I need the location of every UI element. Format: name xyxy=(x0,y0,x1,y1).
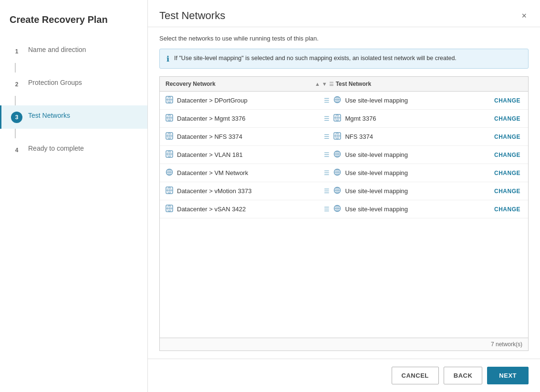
col-sort-filter: ▲ ▼ ☰ xyxy=(315,81,334,87)
sidebar: Create Recovery Plan 1 Name and directio… xyxy=(0,0,148,392)
change-button-1[interactable]: CHANGE xyxy=(492,96,522,105)
step-label-4: Ready to complete xyxy=(28,144,84,154)
recovery-text-6: Datacenter > vMotion 3373 xyxy=(177,187,251,195)
sort-asc-icon[interactable]: ▲ xyxy=(315,81,320,87)
recovery-cell-1: Datacenter > DPortGroup xyxy=(166,96,320,105)
table-row: Datacenter > NFS 3374 ☰ NFS 3374 CHANGE xyxy=(160,128,528,146)
test-cell-4: Use site-level mapping xyxy=(333,150,488,159)
test-text-3: NFS 3374 xyxy=(345,133,373,140)
step-label-2: Protection Groups xyxy=(28,78,82,88)
step-number-2: 2 xyxy=(11,79,22,90)
step-label-1: Name and direction xyxy=(28,45,86,55)
recovery-cell-5: Datacenter > VM Network xyxy=(166,168,320,177)
filter-small-icon-5[interactable]: ☰ xyxy=(324,169,330,176)
sidebar-title: Create Recovery Plan xyxy=(0,10,147,40)
filter-icon[interactable]: ☰ xyxy=(329,81,334,87)
test-cell-3: NFS 3374 xyxy=(333,132,488,141)
recovery-text-5: Datacenter > VM Network xyxy=(177,169,248,176)
change-button-3[interactable]: CHANGE xyxy=(492,133,522,141)
col-recovery-header: Recovery Network xyxy=(166,81,313,87)
sidebar-item-name-direction[interactable]: 1 Name and direction xyxy=(0,40,147,63)
close-button[interactable]: × xyxy=(519,10,529,22)
table-footer: 7 network(s) xyxy=(160,338,528,351)
network-icon-7 xyxy=(166,205,173,214)
back-button[interactable]: BACK xyxy=(444,367,483,384)
filter-small-icon-2[interactable]: ☰ xyxy=(324,115,330,122)
recovery-text-1: Datacenter > DPortGroup xyxy=(177,97,248,104)
change-button-7[interactable]: CHANGE xyxy=(492,205,522,214)
network-icon-3 xyxy=(166,132,173,141)
recovery-cell-6: Datacenter > vMotion 3373 xyxy=(166,186,320,196)
network-icon-6 xyxy=(166,186,173,196)
sort-desc-icon[interactable]: ▼ xyxy=(322,81,327,87)
test-network-icon-2 xyxy=(333,114,341,123)
dialog-body: Select the networks to use while running… xyxy=(148,27,540,359)
filter-small-icon-7[interactable]: ☰ xyxy=(324,206,330,213)
filter-small-icon-1[interactable]: ☰ xyxy=(324,97,330,104)
next-button[interactable]: NEXT xyxy=(487,367,529,384)
info-banner-text: If "Use site-level mapping" is selected … xyxy=(174,54,457,63)
change-button-4[interactable]: CHANGE xyxy=(492,151,522,159)
recovery-text-4: Datacenter > VLAN 181 xyxy=(177,151,243,158)
sidebar-item-ready[interactable]: 4 Ready to complete xyxy=(0,138,147,162)
test-text-6: Use site-level mapping xyxy=(345,187,408,195)
info-icon: ℹ xyxy=(166,54,169,63)
recovery-cell-4: Datacenter > VLAN 181 xyxy=(166,150,320,159)
dialog-header: Test Networks × xyxy=(148,0,540,27)
test-network-icon-4 xyxy=(333,150,341,159)
sidebar-item-test-networks[interactable]: 3 Test Networks xyxy=(0,105,147,129)
change-button-6[interactable]: CHANGE xyxy=(492,187,522,196)
table-row: Datacenter > vMotion 3373 ☰ Use site-lev… xyxy=(160,182,528,200)
sidebar-item-protection-groups[interactable]: 2 Protection Groups xyxy=(0,72,147,96)
test-network-icon-7 xyxy=(333,205,341,214)
main-content: Test Networks × Select the networks to u… xyxy=(148,0,540,392)
filter-small-icon-4[interactable]: ☰ xyxy=(324,151,330,158)
network-count: 7 network(s) xyxy=(491,341,522,348)
test-text-7: Use site-level mapping xyxy=(345,206,408,213)
table-row: Datacenter > Mgmt 3376 ☰ Mgmt 3376 CHANG… xyxy=(160,110,528,128)
step-connector-1 xyxy=(15,63,16,72)
step-label-3: Test Networks xyxy=(28,111,70,121)
test-cell-6: Use site-level mapping xyxy=(333,186,488,196)
col-test-header: Test Network xyxy=(336,81,371,87)
change-button-2[interactable]: CHANGE xyxy=(492,114,522,123)
step-connector-3 xyxy=(15,129,16,138)
recovery-text-2: Datacenter > Mgmt 3376 xyxy=(177,115,245,122)
step-number-3: 3 xyxy=(11,112,22,123)
table-row: Datacenter > DPortGroup ☰ Use site-level… xyxy=(160,92,528,110)
filter-small-icon-6[interactable]: ☰ xyxy=(324,187,330,195)
step-number-4: 4 xyxy=(11,144,22,156)
test-network-icon-5 xyxy=(333,168,341,177)
test-text-4: Use site-level mapping xyxy=(345,151,408,158)
table-row: Datacenter > VLAN 181 ☰ Use site-level m… xyxy=(160,146,528,164)
recovery-cell-3: Datacenter > NFS 3374 xyxy=(166,132,320,141)
info-banner: ℹ If "Use site-level mapping" is selecte… xyxy=(159,49,529,69)
test-cell-7: Use site-level mapping xyxy=(333,205,488,214)
network-icon-5 xyxy=(166,168,173,177)
filter-small-icon-3[interactable]: ☰ xyxy=(324,133,330,140)
recovery-text-7: Datacenter > vSAN 3422 xyxy=(177,206,246,213)
test-text-5: Use site-level mapping xyxy=(345,169,408,176)
step-connector-2 xyxy=(15,96,16,105)
network-icon-1 xyxy=(166,96,173,105)
table-row: Datacenter > vSAN 3422 ☰ Use site-level … xyxy=(160,200,528,218)
test-text-1: Use site-level mapping xyxy=(345,97,408,104)
table-row: Datacenter > VM Network ☰ Use site-level… xyxy=(160,164,528,182)
cancel-button[interactable]: CANCEL xyxy=(392,367,439,384)
dialog-subtitle: Select the networks to use while running… xyxy=(159,35,529,42)
test-text-2: Mgmt 3376 xyxy=(345,115,376,122)
network-icon-4 xyxy=(166,150,173,159)
networks-table: Recovery Network ▲ ▼ ☰ Test Network D xyxy=(159,76,529,351)
network-icon-2 xyxy=(166,114,173,123)
test-cell-2: Mgmt 3376 xyxy=(333,114,488,123)
dialog-footer: CANCEL BACK NEXT xyxy=(148,359,540,392)
recovery-cell-2: Datacenter > Mgmt 3376 xyxy=(166,114,320,123)
test-network-icon-3 xyxy=(333,132,341,141)
recovery-cell-7: Datacenter > vSAN 3422 xyxy=(166,205,320,214)
change-button-5[interactable]: CHANGE xyxy=(492,169,522,177)
table-header: Recovery Network ▲ ▼ ☰ Test Network xyxy=(160,77,528,92)
step-number-1: 1 xyxy=(11,46,22,57)
test-cell-1: Use site-level mapping xyxy=(333,96,488,105)
test-network-icon-6 xyxy=(333,186,341,196)
table-body: Datacenter > DPortGroup ☰ Use site-level… xyxy=(160,92,528,338)
